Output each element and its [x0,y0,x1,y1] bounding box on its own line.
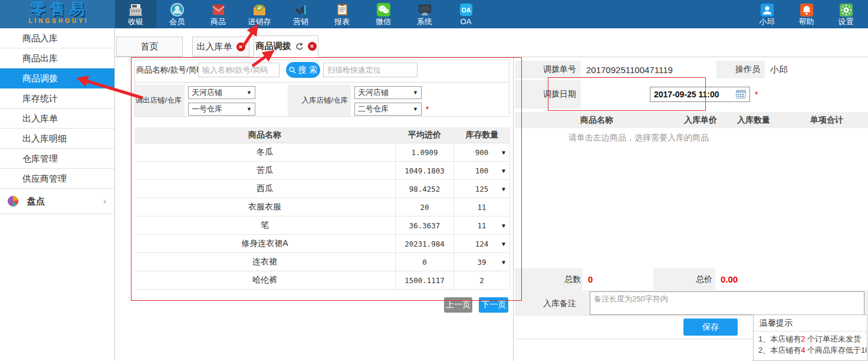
top-nav-item[interactable]: 报表 [321,0,363,28]
sidebar-item[interactable]: 仓库管理 [0,149,114,169]
chevron-down-icon[interactable]: ▼ [502,149,505,156]
col-product-name: 商品名称 [134,130,395,140]
product-table-body: 冬瓜 1.0909 900 ▼ 苦瓜 1049.1803 100 ▼ [134,143,510,290]
top-nav-item[interactable]: OA OA [445,0,486,28]
chevron-down-icon[interactable]: ▼ [502,222,505,229]
refresh-icon[interactable] [295,42,304,51]
search-input[interactable] [198,63,280,77]
out-warehouse-select[interactable]: 一号仓库▼ [188,103,255,116]
stock-qty-cell: 2 ▼ [454,271,510,289]
tips-panel: 温馨提示 1、本店铺有2 个订单还未发货 2、本店铺有4 个商品库存低于10 [753,314,867,361]
order-info-row: 调拨单号 201709251100471119 操作员 小邱 [515,61,868,78]
chevron-down-icon: ▼ [413,106,418,112]
chevron-down-icon[interactable]: ▼ [502,241,505,247]
in-warehouse-select[interactable]: 二号仓库▼ [354,103,422,116]
top-nav-item[interactable]: 商品 [198,0,239,28]
close-icon[interactable]: × [308,42,317,51]
top-nav-item[interactable]: 会员 [156,0,198,28]
sidebar-item[interactable]: 商品入库 [0,28,114,48]
user-icon [760,2,774,17]
date-label: 调拨日期 [515,80,581,109]
product-name-cell: 衣服衣服 [134,198,395,216]
scan-input[interactable] [323,63,417,77]
chevron-down-icon[interactable]: ▼ [502,186,505,192]
in-store-select[interactable]: 天河店铺▼ [354,86,422,99]
tab[interactable]: 商品调拨 × [254,35,318,57]
chevron-down-icon[interactable]: ▼ [502,168,505,174]
table-row[interactable]: 修身连衣裙A 20231.984 124 ▼ [134,235,510,253]
table-row[interactable]: 衣服衣服 20 11 ▼ [134,198,510,216]
app-subtitle: LINGSHOUYI [0,18,115,25]
top-nav-item[interactable]: 设置 [826,0,866,28]
tab-label: 商品调拨 [256,41,291,52]
sidebar-item[interactable]: 库存统计 [0,88,114,109]
sidebar-item[interactable]: 盘点 › [0,189,114,214]
required-mark: * [755,90,758,99]
search-button[interactable]: 搜 索 [286,62,320,78]
topbar: 零售易 LINGSHOUYI 收银 会员 商品 进销存 [0,0,868,28]
report-icon [335,2,350,17]
calendar-icon[interactable] [736,90,746,100]
sidebar-item[interactable]: 出入库单 [0,109,114,129]
sidebar-item-label: 库存统计 [22,93,58,103]
nav-label: 进销存 [248,18,271,26]
close-icon[interactable]: × [236,42,245,51]
tip-item: 1、本店铺有2 个订单还未发货 [758,333,862,344]
prev-page-button[interactable]: 上一页 [444,297,472,313]
order-no-label: 调拨单号 [515,61,581,78]
transfer-out-panel: 商品名称/款号/简码 搜 索 调出店铺/仓库 天河店铺▼ 一号仓库▼ 入库店铺/… [115,57,514,361]
avg-price-cell: 0 [395,253,454,271]
table-row[interactable]: 西瓜 98.4252 125 ▼ [134,180,510,198]
sidebar-item-label: 商品出库 [22,53,58,63]
sidebar-item[interactable]: 出入库明细 [0,129,114,149]
nav-label: 会员 [169,18,185,26]
sidebar-item[interactable]: 商品出库 [0,48,114,68]
table-row[interactable]: 连衣裙 0 39 ▼ [134,253,510,271]
top-nav: 收银 会员 商品 进销存 营销 报表 [115,0,486,28]
sidebar: 商品入库 商品出库 商品调拨 库存统计 出入库单 出入库明细 [0,28,115,361]
table-row[interactable]: 冬瓜 1.0909 900 ▼ [134,143,510,162]
table-row[interactable]: 哈伦裤 1500.1117 2 ▼ [134,271,510,290]
next-page-button[interactable]: 下一页 [479,297,508,313]
product-table-header: 商品名称 平均进价 库存数量 [134,127,510,143]
remark-textarea[interactable] [590,291,864,315]
tab-bar: 首页 × 出入库单 × 商品调拨 × [115,28,868,57]
transfer-date-input[interactable] [650,87,750,102]
tab[interactable]: 首页 × [116,37,183,57]
avg-price-cell: 1.0909 [395,143,454,161]
empty-table-message: 请单击左边商品，选择需要入库的商品 [515,133,762,143]
product-name-cell: 笔 [134,216,395,234]
top-nav-item[interactable]: 营销 [280,0,321,28]
product-name-cell: 西瓜 [134,180,395,198]
col-line-total: 单项合计 [791,112,862,128]
tab[interactable]: 出入库单 × [192,37,249,57]
total-price-value: 0.00 [715,268,868,290]
top-nav-item[interactable]: 收银 [115,0,156,28]
nav-label: 营销 [293,18,308,26]
stock-qty-cell: 900 ▼ [454,143,510,161]
table-row[interactable]: 苦瓜 1049.1803 100 ▼ [134,162,510,180]
date-row: 调拨日期 * [515,80,868,109]
help-icon [800,2,814,17]
top-nav-item[interactable]: 系统 [404,0,445,28]
sidebar-item[interactable]: 商品调拨 [0,68,114,88]
stock-qty-cell: 100 ▼ [454,162,510,179]
table-row[interactable]: 笔 36.3637 11 ▼ [134,216,510,235]
cash-register-icon [128,2,143,17]
sidebar-item-label: 盘点 [27,189,45,214]
chevron-down-icon[interactable]: ▼ [502,259,505,265]
top-nav-item[interactable]: 微信 [363,0,404,28]
save-button[interactable]: 保存 [683,319,738,336]
top-nav-item[interactable]: 小邱 [747,0,787,28]
tab-label: 首页 [141,41,159,52]
sidebar-item-label: 商品调拨 [22,73,58,83]
sidebar-item[interactable]: 供应商管理 [0,169,114,189]
top-nav-item[interactable]: 进销存 [239,0,280,28]
avg-price-cell: 1500.1117 [395,271,454,289]
top-nav-item[interactable]: 帮助 [787,0,826,28]
chevron-right-icon: › [103,189,106,214]
in-store-label: 入库店铺/仓库 [288,84,351,116]
chevron-down-icon: ▼ [413,90,418,96]
avg-price-cell: 36.3637 [395,216,454,234]
out-store-select[interactable]: 天河店铺▼ [188,86,255,99]
